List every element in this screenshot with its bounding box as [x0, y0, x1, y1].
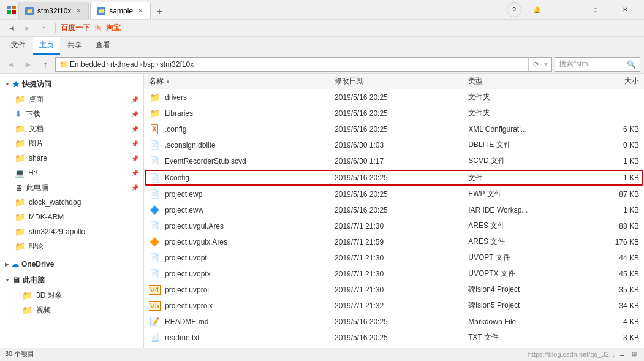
uvgui-icon: 🔶 [149, 237, 160, 248]
file-row[interactable]: V4 project.uvproj 2019/7/1 21:30 碑ision4… [144, 282, 644, 298]
file-row[interactable]: 📄 project.uvgui.Ares 2019/7/1 21:30 ARES… [144, 218, 644, 234]
col-size-label: 大小 [624, 76, 639, 86]
sidebar-item-clock-watchdog[interactable]: 📁 clock_watchdog [0, 195, 143, 210]
minimize-button[interactable]: — [552, 1, 580, 18]
md-icon: 📝 [149, 316, 160, 327]
taobao-link[interactable]: 淘宝 [106, 23, 121, 33]
ribbon-tab-file[interactable]: 文件 [5, 37, 32, 55]
quick-access-header[interactable]: ▼ ★ 快捷访问 [0, 76, 143, 92]
address-segment-stm32[interactable]: stm32f10x [160, 60, 194, 69]
hdrive-label: H:\ [28, 169, 37, 177]
file-name: project.eww [165, 206, 203, 215]
dropdown-icon[interactable]: ▾ [544, 60, 548, 69]
new-tab-button[interactable]: + [152, 4, 167, 19]
file-row[interactable]: 📁 Libraries 2019/5/16 20:25 文件夹 [144, 105, 644, 121]
file-row[interactable]: 📄 Kconfig 2019/5/16 20:25 文件 1 KB [145, 170, 643, 186]
pictures-pin-icon: 📌 [131, 140, 138, 147]
tab-stm32f10x[interactable]: 📁 stm32f10x ✕ [18, 2, 89, 19]
item-count: 30 个项目 [5, 349, 34, 359]
view-grid-icon[interactable]: ⊞ [629, 349, 639, 359]
address-segment-embedded[interactable]: Embedded [70, 60, 105, 69]
computer-pin-icon: 📌 [131, 184, 138, 191]
file-date: 2019/7/1 21:32 [335, 302, 468, 310]
mdk-folder-icon: 📁 [15, 212, 25, 222]
file-type: DBLITE 文件 [468, 140, 580, 150]
sidebar-item-desktop[interactable]: 📁 桌面 📌 [0, 92, 143, 107]
address-bar[interactable]: 📁 Embedded › rt-thread › bsp › stm32f10x… [55, 57, 552, 72]
refresh-button[interactable]: ⟳ [528, 58, 543, 71]
file-row[interactable]: 🔷 project.eww 2019/5/16 20:25 IAR IDE Wo… [144, 202, 644, 218]
sidebar-item-hdrive[interactable]: 💻 H:\ 📌 [0, 165, 143, 180]
col-type-label: 类型 [468, 76, 483, 86]
view-details-icon[interactable]: ☰ [617, 349, 627, 359]
tab-sample-label: sample [109, 7, 133, 15]
back-nav-button[interactable]: ◄ [4, 58, 18, 71]
sidebar-item-mdk-arm[interactable]: 📁 MDK-ARM [0, 210, 143, 224]
up-nav-button[interactable]: ↑ [38, 58, 53, 71]
sidebar-item-docs[interactable]: 📁 文档 📌 [0, 121, 143, 136]
file-row[interactable]: 📁 drivers 2019/5/16 20:25 文件夹 [144, 89, 644, 105]
col-date-header[interactable]: 修改日期 [335, 76, 468, 86]
file-type: Markdown File [468, 317, 580, 326]
sidebar-item-stm32-apollo[interactable]: 📁 stm32f429-apollo [0, 224, 143, 239]
file-name: Libraries [165, 109, 193, 118]
sidebar-item-pictures[interactable]: 📁 图片 📌 [0, 136, 143, 151]
search-placeholder: 搜索"stm... [559, 59, 594, 69]
sidebar-item-video[interactable]: 📁 视频 [0, 303, 143, 317]
file-row[interactable]: 📝 README.md 2019/5/16 20:25 Markdown Fil… [144, 314, 644, 330]
file-size: 176 KB [580, 238, 639, 246]
file-row[interactable]: X .config 2019/5/16 20:25 XML Configurat… [144, 121, 644, 137]
back-arrow-icon[interactable]: ◄ [5, 22, 18, 34]
file-size: 88 KB [580, 222, 639, 230]
hdrive-pin-icon: 📌 [131, 170, 138, 177]
col-type-header[interactable]: 类型 [468, 76, 580, 86]
file-row[interactable]: 📄 EventRecorderStub.scvd 2019/6/30 1:17 … [144, 153, 644, 169]
search-box[interactable]: 搜索"stm... 🔍 [555, 57, 640, 72]
address-segment-bsp[interactable]: bsp [143, 60, 154, 69]
sidebar-item-downloads[interactable]: ⬇ 下载 📌 [0, 107, 143, 121]
address-segment-rtthread[interactable]: rt-thread [110, 60, 138, 69]
sidebar-item-computer[interactable]: 🖥 此电脑 📌 [0, 180, 143, 195]
maximize-button[interactable]: □ [581, 1, 610, 18]
col-size-header[interactable]: 大小 [580, 76, 639, 86]
up-icon[interactable]: ↑ [37, 22, 50, 34]
sidebar-item-share[interactable]: 📁 share 📌 [0, 151, 143, 165]
iar-icon: 🔷 [149, 205, 160, 216]
file-row[interactable]: 📄 project.uvopt 2019/7/1 21:30 UVOPT 文件 … [144, 250, 644, 266]
close-button[interactable]: ✕ [611, 1, 639, 18]
ribbon-tab-view[interactable]: 查看 [89, 37, 116, 55]
search-icon[interactable]: 🔍 [627, 60, 636, 69]
baidu-link[interactable]: 百度一下 [61, 23, 90, 33]
ribbon-tab-share[interactable]: 共享 [61, 37, 88, 55]
file-type: XML Configurati... [468, 125, 580, 134]
onedrive-icon: ☁ [11, 260, 19, 269]
file-row[interactable]: 📄 .sconsign.dblite 2019/6/30 1:03 DBLITE… [144, 137, 644, 153]
status-url: https://blog.csdn.net/qq_32... [528, 351, 615, 358]
file-type: 碑ision5 Project [468, 300, 580, 311]
help-button[interactable]: ? [507, 2, 521, 17]
file-date: 2019/5/16 20:25 [335, 125, 468, 134]
tab-sample-close[interactable]: ✕ [137, 7, 144, 15]
forward-nav-button[interactable]: ► [21, 58, 36, 71]
file-row[interactable]: V5 project.uvprojx 2019/7/1 21:32 碑ision… [144, 298, 644, 314]
file-row[interactable]: 📄 project.ewp 2019/5/16 20:25 EWP 文件 87 … [144, 186, 644, 202]
file-date: 2019/5/16 20:25 [335, 93, 468, 102]
file-row[interactable]: 📄 project.uvoptx 2019/7/1 21:30 UVOPTX 文… [144, 266, 644, 282]
tab-stm32f10x-close[interactable]: ✕ [75, 7, 82, 15]
ribbon-tab-home[interactable]: 主页 [33, 37, 60, 55]
forward-arrow-icon[interactable]: ► [21, 22, 34, 34]
xml-icon: X [149, 124, 160, 135]
this-pc-chevron: ▼ [5, 278, 10, 283]
sidebar-item-3d[interactable]: 📁 3D 对象 [0, 288, 143, 303]
sidebar-item-theory[interactable]: 📁 理论 [0, 239, 143, 254]
main-area: ▼ ★ 快捷访问 📁 桌面 📌 ⬇ 下载 📌 📁 文档 📌 📁 图片 📌 📁 s… [0, 74, 644, 348]
file-row[interactable]: 🔶 project.uvguix.Ares 2019/7/1 21:59 ARE… [144, 234, 644, 250]
file-name: project.uvopt [165, 254, 207, 262]
notify-button[interactable]: 🔔 [523, 1, 551, 18]
file-row[interactable]: 📃 readme.txt 2019/5/16 20:25 TXT 文件 3 KB [144, 330, 644, 346]
this-pc-header[interactable]: ▼ 🖥 此电脑 [0, 272, 143, 288]
onedrive-header[interactable]: ▶ ☁ OneDrive [0, 256, 143, 272]
file-row[interactable]: H rtconfig.h 2019/5/16 20:25 H 文件 6 KB [144, 346, 644, 348]
col-name-header[interactable]: 名称 ▲ [149, 76, 335, 86]
tab-sample[interactable]: 📁 sample ✕ [90, 2, 151, 19]
